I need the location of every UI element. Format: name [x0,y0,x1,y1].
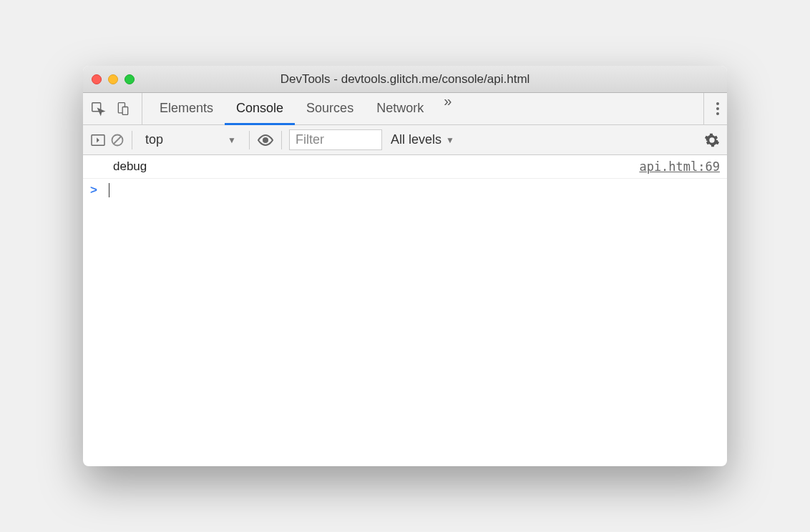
chevron-down-icon: ▼ [446,135,454,145]
devtools-window: DevTools - devtools.glitch.me/console/ap… [83,66,727,466]
tab-console[interactable]: Console [225,93,295,125]
filter-input[interactable] [289,129,382,150]
svg-point-5 [716,112,719,115]
toolbar-separator [132,131,132,149]
more-tabs-button[interactable]: » [435,93,460,124]
window-title: DevTools - devtools.glitch.me/console/ap… [280,72,530,87]
window-titlebar: DevTools - devtools.glitch.me/console/ap… [83,66,727,93]
devtools-tabbar: Elements Console Sources Network » [83,93,727,125]
tabbar-right [703,93,720,124]
console-output: debug api.html:69 > [83,155,727,466]
inspect-element-icon[interactable] [90,101,106,117]
context-label: top [145,132,163,147]
panel-tabs: Elements Console Sources Network » [142,93,460,124]
prompt-chevron-icon: > [90,183,97,197]
svg-point-4 [716,107,719,110]
window-close-button[interactable] [92,74,102,84]
kebab-menu-icon[interactable] [716,101,720,117]
svg-line-8 [114,137,121,144]
levels-label: All levels [391,132,441,147]
log-levels-select[interactable]: All levels ▼ [386,132,459,147]
log-message: debug [113,159,147,174]
tabbar-left-icons [90,93,142,124]
window-zoom-button[interactable] [125,74,135,84]
svg-point-9 [263,137,268,143]
live-expression-icon[interactable] [257,134,274,147]
execution-context-select[interactable]: top ▼ [140,132,242,147]
window-controls [92,74,135,84]
prompt-cursor [109,183,109,197]
tab-elements[interactable]: Elements [148,93,225,125]
tab-sources[interactable]: Sources [295,93,365,125]
window-minimize-button[interactable] [108,74,118,84]
toolbar-separator [281,131,282,149]
console-settings-icon[interactable] [704,132,720,148]
console-toolbar: top ▼ All levels ▼ [83,125,727,155]
svg-rect-2 [122,107,128,115]
device-toolbar-icon[interactable] [116,101,130,117]
toolbar-separator [249,131,250,149]
console-prompt[interactable]: > [83,179,727,202]
toggle-sidebar-icon[interactable] [90,134,106,147]
log-source-link[interactable]: api.html:69 [639,159,720,174]
chevron-down-icon: ▼ [228,135,236,145]
tab-network[interactable]: Network [365,93,435,125]
clear-console-icon[interactable] [110,133,125,147]
console-log-row: debug api.html:69 [83,155,727,179]
svg-point-3 [716,102,719,105]
